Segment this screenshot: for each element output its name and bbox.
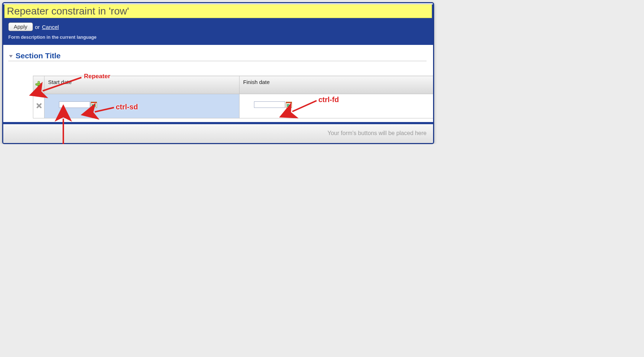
form-body: Section Title Start date Finish date [3,45,433,122]
footer-placeholder: Your form's buttons will be placed here [3,124,433,143]
finish-date-cell[interactable] [240,94,435,118]
close-icon [36,103,42,109]
cancel-link[interactable]: Cancel [42,24,59,30]
or-label: or [35,24,40,30]
column-header-start[interactable]: Start date [45,76,240,94]
plus-icon [35,81,42,88]
section-title[interactable]: Section Title [16,51,60,60]
add-row-cell[interactable] [33,76,45,94]
start-date-input[interactable] [59,101,90,108]
start-date-cell[interactable] [45,94,240,118]
finish-date-input[interactable] [254,101,285,108]
section-disclosure-icon[interactable] [9,55,13,58]
form-builder-panel: Repeater constraint in 'row' Apply or Ca… [2,2,434,144]
repeater-header-row: Start date Finish date [33,76,435,94]
apply-button[interactable]: Apply [8,22,33,31]
calendar-icon[interactable] [91,102,97,108]
header-banner: Repeater constraint in 'row' Apply or Ca… [3,4,433,45]
delete-row-cell[interactable] [33,94,45,118]
form-description[interactable]: Form description in the current language [8,35,433,40]
column-header-finish[interactable]: Finish date [240,76,435,94]
calendar-icon[interactable] [286,102,292,108]
table-row [33,94,435,118]
repeater-grid: Start date Finish date [33,76,434,118]
form-title-input[interactable]: Repeater constraint in 'row' [4,4,432,18]
